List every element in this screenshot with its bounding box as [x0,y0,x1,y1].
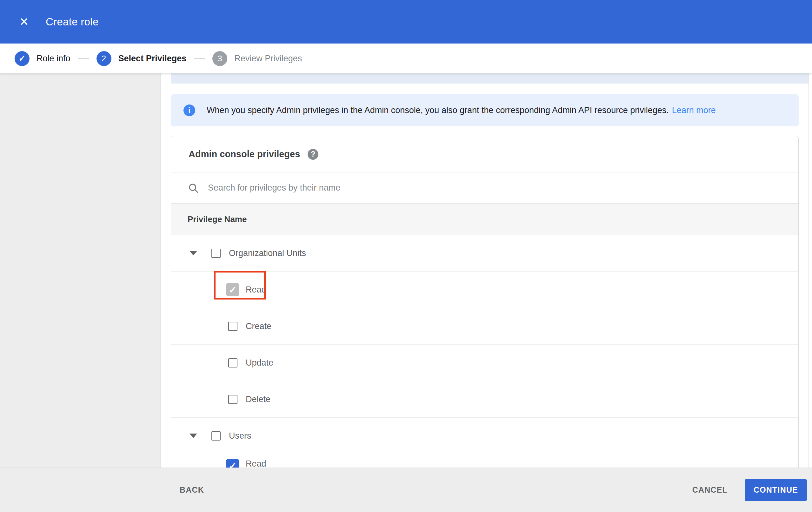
step-label: Review Privileges [234,54,302,63]
expand-arrow-icon[interactable] [190,434,197,438]
dialog-title: Create role [46,16,99,28]
learn-more-link[interactable]: Learn more [672,105,716,115]
left-backdrop-panel [0,73,161,467]
privilege-row-organizational-units: Organizational Units [171,235,799,272]
step-review-privileges[interactable]: 3 Review Privileges [212,51,302,66]
card-title-row: Admin console privileges ? [171,136,799,172]
step-divider [78,58,89,59]
continue-button[interactable]: CONTINUE [745,479,807,501]
privilege-label: Read [246,459,266,467]
checkbox-read[interactable]: ✓ [226,459,239,467]
checkbox-users[interactable] [211,431,221,440]
close-icon[interactable]: ✕ [17,14,32,30]
privilege-label: Organizational Units [229,248,306,258]
search-input[interactable] [208,183,589,193]
search-icon [187,182,199,194]
admin-privileges-card: Admin console privileges ? Privilege Nam… [171,136,799,467]
dialog-body: i When you specify Admin privileges in t… [0,73,812,467]
step-number: 3 [212,51,227,66]
privilege-label: Delete [246,395,270,404]
checkbox-organizational-units[interactable] [211,249,221,258]
step-number: 2 [96,51,111,66]
privilege-label: Create [246,321,271,331]
step-divider [194,58,205,59]
help-icon[interactable]: ? [308,149,318,160]
step-label: Role info [36,54,70,63]
privilege-row-users: Users [171,418,799,454]
privilege-row-delete: Delete [171,381,799,418]
privilege-row-read: ✓Read [171,272,799,308]
privilege-rows: Organizational Units✓ReadCreateUpdateDel… [171,235,799,467]
privilege-row-create: Create [171,308,799,345]
checkbox-update[interactable] [228,358,237,368]
step-done-check-icon: ✓ [14,51,30,66]
step-label: Select Privileges [118,54,187,63]
checkbox-read[interactable]: ✓ [226,283,239,296]
checkbox-create[interactable] [228,322,237,331]
stepper: ✓ Role info 2 Select Privileges 3 Review… [0,44,812,73]
back-button[interactable]: BACK [180,485,204,494]
privilege-label: Read [246,285,266,295]
info-banner-text: When you specify Admin privileges in the… [207,105,669,115]
create-role-dialog: ✕ Create role ✓ Role info 2 Select Privi… [0,0,812,512]
info-icon: i [183,105,195,116]
privilege-label: Update [246,358,273,368]
privilege-row-read: ✓Read [171,454,799,467]
card-title: Admin console privileges [188,149,300,159]
footer-bar: BACK CANCEL CONTINUE [0,467,812,512]
privilege-label: Users [229,431,252,441]
column-header-privilege-name: Privilege Name [187,214,246,224]
app-header: ✕ Create role [0,0,812,44]
table-header-row: Privilege Name [171,203,799,235]
scrolled-content-edge [171,73,809,84]
step-select-privileges[interactable]: 2 Select Privileges [96,51,187,66]
privilege-search-row [171,172,799,203]
cancel-button[interactable]: CANCEL [692,485,728,494]
step-role-info[interactable]: ✓ Role info [14,51,70,66]
info-banner: i When you specify Admin privileges in t… [171,94,799,127]
checkbox-delete[interactable] [228,395,237,404]
privilege-row-update: Update [171,345,799,381]
content-scroll-area[interactable]: i When you specify Admin privileges in t… [161,73,812,467]
expand-arrow-icon[interactable] [190,251,197,255]
